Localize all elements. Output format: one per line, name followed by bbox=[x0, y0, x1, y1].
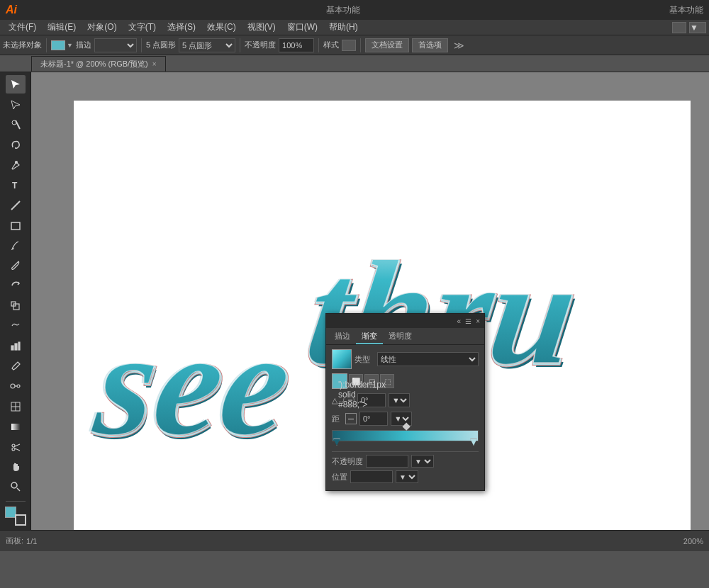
fill-stroke-indicator[interactable] bbox=[5, 507, 26, 525]
panel-collapse-btn[interactable]: « bbox=[457, 317, 462, 325]
zoom-tool-btn[interactable] bbox=[6, 477, 26, 496]
toolbar-separator bbox=[6, 501, 26, 502]
svg-point-18 bbox=[12, 444, 15, 447]
brush-select[interactable]: 5 点圆形 bbox=[179, 38, 235, 52]
panel-tab-stroke[interactable]: 描边 bbox=[329, 329, 356, 344]
screen-mode-btn[interactable] bbox=[672, 22, 686, 33]
position-value-input[interactable] bbox=[350, 470, 393, 483]
panel-stroke-row: ');border:1px solid #888;"> ⬜ ◱ ⬚ bbox=[332, 373, 479, 389]
type-tool-btn[interactable]: T bbox=[6, 176, 26, 194]
panel-menu-btn[interactable]: ☰ bbox=[465, 317, 471, 325]
mesh-tool-btn[interactable] bbox=[6, 397, 26, 416]
control-toolbar: 未选择对象 ▼ 描边 5 点圆形 5 点圆形 不透明度 样式 文档设置 首选项 … bbox=[0, 35, 709, 55]
selection-tool-btn[interactable] bbox=[6, 75, 26, 94]
magic-wand-tool-btn[interactable] bbox=[6, 115, 26, 134]
gradient-preview-box[interactable] bbox=[332, 349, 352, 369]
svg-rect-9 bbox=[15, 344, 17, 350]
menu-view[interactable]: 视图(V) bbox=[242, 20, 281, 35]
angle-wheel[interactable] bbox=[343, 395, 354, 406]
preferences-btn[interactable]: 首选项 bbox=[412, 38, 448, 52]
document-tabs: 未标题-1* @ 200% (RGB/预览) × bbox=[0, 55, 709, 72]
pencil-tool-btn[interactable] bbox=[6, 236, 26, 254]
menu-text[interactable]: 文字(T) bbox=[123, 20, 162, 35]
gradient-strip[interactable] bbox=[332, 430, 479, 441]
menu-edit[interactable]: 编辑(E) bbox=[42, 20, 82, 35]
style-preview[interactable] bbox=[342, 40, 356, 51]
warp-tool-btn[interactable] bbox=[6, 317, 26, 335]
opacity-value-input[interactable] bbox=[366, 455, 408, 468]
tab-close-btn[interactable]: × bbox=[152, 60, 157, 68]
svg-rect-8 bbox=[11, 346, 13, 350]
doc-setup-btn[interactable]: 文档设置 bbox=[365, 38, 409, 52]
stroke-select[interactable] bbox=[94, 38, 137, 52]
arrange-btn[interactable]: ▼ bbox=[689, 22, 706, 33]
svg-rect-10 bbox=[18, 342, 20, 350]
panel-controls: « ☰ × bbox=[457, 317, 480, 325]
opacity-label-panel: 不透明度 bbox=[332, 456, 363, 467]
eyedropper-tool-btn[interactable] bbox=[6, 357, 26, 375]
opacity-select[interactable]: ▼ bbox=[411, 455, 434, 468]
opacity-input[interactable] bbox=[279, 38, 314, 52]
gradient-type-select[interactable]: 线性 径向 bbox=[377, 352, 479, 366]
rotate-tool-btn[interactable] bbox=[6, 276, 26, 295]
gradient-stop-left[interactable] bbox=[333, 439, 340, 446]
gradient-tool-btn[interactable] bbox=[6, 417, 26, 436]
ratio-input[interactable] bbox=[359, 412, 388, 426]
zoom-level: 200% bbox=[683, 537, 703, 545]
rect-tool-btn[interactable] bbox=[6, 216, 26, 234]
panel-title-bar: « ☰ × bbox=[326, 314, 484, 328]
menu-help[interactable]: 帮助(H) bbox=[323, 20, 364, 35]
brush-tool-btn[interactable] bbox=[6, 256, 26, 275]
menu-effect[interactable]: 效果(C) bbox=[201, 20, 242, 35]
pen-tool-btn[interactable] bbox=[6, 156, 26, 174]
svg-point-19 bbox=[12, 448, 15, 451]
stroke-icons: ');border:1px solid #888;"> ⬜ ◱ ⬚ bbox=[332, 373, 394, 389]
panel-tab-opacity[interactable]: 透明度 bbox=[383, 329, 418, 344]
blend-tool-btn[interactable] bbox=[6, 377, 26, 395]
svg-point-12 bbox=[17, 385, 20, 388]
lasso-tool-btn[interactable] bbox=[6, 135, 26, 154]
fill-stroke-group: ▼ bbox=[51, 40, 73, 50]
line-tool-btn[interactable] bbox=[6, 196, 26, 214]
svg-point-2 bbox=[15, 161, 17, 163]
artboard-value: 1/1 bbox=[26, 537, 37, 545]
panel-divider bbox=[332, 451, 479, 452]
position-select[interactable]: ▼ bbox=[396, 470, 418, 483]
ratio-label: 距 bbox=[332, 414, 340, 424]
direct-selection-tool-btn[interactable] bbox=[6, 95, 26, 113]
scale-tool-btn[interactable] bbox=[6, 296, 26, 315]
options-icon[interactable]: ≫ bbox=[454, 40, 464, 51]
panel-tab-gradient[interactable]: 渐变 bbox=[356, 329, 383, 344]
menu-select[interactable]: 选择(S) bbox=[162, 20, 201, 35]
panel-type-row: 类型 线性 径向 bbox=[332, 349, 479, 369]
text-highlight-see: see bbox=[85, 301, 300, 466]
canvas-area: see thru see thru see thru see thru see bbox=[31, 72, 709, 530]
fill-color[interactable] bbox=[51, 40, 65, 50]
svg-line-4 bbox=[11, 201, 20, 210]
svg-rect-17 bbox=[11, 424, 20, 430]
gradient-stop-right[interactable] bbox=[470, 439, 477, 446]
svg-line-21 bbox=[15, 448, 20, 451]
svg-text:T: T bbox=[12, 181, 18, 191]
stroke-color-box1[interactable]: ');border:1px solid #888;"> bbox=[332, 373, 347, 389]
menu-object[interactable]: 对象(O) bbox=[82, 20, 122, 35]
document-tab-1[interactable]: 未标题-1* @ 200% (RGB/预览) × bbox=[31, 56, 166, 72]
style-label: 样式 bbox=[323, 40, 339, 50]
hand-tool-btn[interactable] bbox=[6, 458, 26, 476]
left-toolbar: T bbox=[0, 72, 31, 530]
stroke-box[interactable] bbox=[15, 514, 26, 526]
title-bar: Ai 基本功能 基本功能 bbox=[0, 0, 709, 20]
artboard-label: 画板: bbox=[6, 536, 23, 546]
window-title: 基本功能 bbox=[326, 4, 360, 16]
gradient-panel: « ☰ × 描边 渐变 透明度 类型 bbox=[325, 313, 485, 491]
column-graph-tool-btn[interactable] bbox=[6, 337, 26, 355]
svg-line-20 bbox=[15, 444, 20, 446]
type-row: 类型 线性 径向 bbox=[354, 352, 479, 366]
svg-rect-5 bbox=[11, 222, 20, 230]
menu-file[interactable]: 文件(F) bbox=[3, 20, 42, 35]
ratio-unit-select[interactable]: ▼ bbox=[391, 412, 412, 426]
panel-close-btn[interactable]: × bbox=[476, 317, 480, 325]
angle-unit-select[interactable]: ▼ bbox=[389, 393, 410, 407]
scissors-tool-btn[interactable] bbox=[6, 437, 26, 456]
menu-window[interactable]: 窗口(W) bbox=[281, 20, 323, 35]
